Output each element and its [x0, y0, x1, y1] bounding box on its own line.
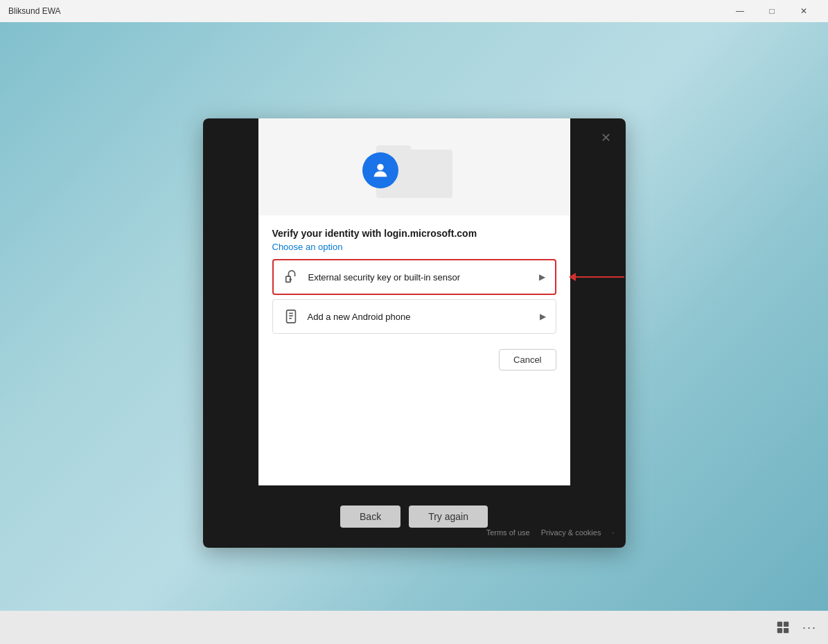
outer-dialog: ✕ ✦ ✦ ✦ [203, 118, 626, 548]
avatar [362, 152, 398, 188]
back-button[interactable]: Back [340, 506, 400, 528]
inner-content: ✦ ✦ ✦ Verify your i [258, 118, 570, 485]
red-arrow-line [576, 276, 624, 278]
taskbar: ··· [0, 611, 828, 644]
taskbar-overflow-dots[interactable]: ··· [802, 620, 817, 635]
privacy-link[interactable]: Privacy & cookies [541, 528, 601, 537]
try-again-button[interactable]: Try again [409, 506, 488, 528]
choose-option-label: Choose an option [272, 242, 556, 252]
minimize-button[interactable]: — [724, 0, 756, 22]
svg-rect-3 [286, 310, 295, 323]
folder-illustration: ✦ ✦ ✦ [369, 136, 459, 198]
android-phone-option-left: Add a new Android phone [283, 308, 411, 325]
android-phone-icon [283, 308, 299, 325]
text-content: Verify your identity with login.microsof… [258, 215, 570, 252]
svg-point-0 [377, 164, 383, 170]
android-phone-arrow: ▶ [540, 312, 546, 321]
cancel-row: Cancel [258, 345, 570, 379]
cancel-button[interactable]: Cancel [499, 349, 556, 370]
titlebar: Bliksund EWA — □ ✕ [0, 0, 828, 22]
svg-rect-10 [784, 628, 789, 633]
app-title: Bliksund EWA [8, 6, 61, 16]
taskbar-app-icon[interactable] [772, 616, 794, 638]
maximize-button[interactable]: □ [756, 0, 788, 22]
svg-point-2 [290, 279, 291, 280]
security-key-text: External security key or built-in sensor [308, 272, 461, 283]
android-phone-text: Add a new Android phone [308, 312, 411, 322]
terms-link[interactable]: Terms of use [486, 528, 530, 537]
footer-dots: · [612, 528, 614, 537]
security-key-arrow: ▶ [539, 272, 545, 282]
options-list: External security key or built-in sensor… [258, 252, 570, 345]
bottom-navigation: Back Try again [258, 485, 570, 548]
black-border-left [203, 118, 258, 548]
security-key-icon [283, 269, 300, 285]
window-controls: — □ ✕ [724, 0, 820, 22]
svg-rect-8 [784, 622, 789, 627]
android-phone-option[interactable]: Add a new Android phone ▶ [272, 299, 556, 334]
black-border-right [570, 118, 626, 548]
titlebar-close-button[interactable]: ✕ [788, 0, 820, 22]
red-arrow-annotation [569, 273, 624, 281]
svg-rect-9 [777, 628, 782, 633]
verify-title: Verify your identity with login.microsof… [272, 228, 556, 239]
main-area: ✕ ✦ ✦ ✦ [0, 22, 828, 644]
red-arrow-head [569, 273, 576, 281]
footer-area: Terms of use Privacy & cookies · [486, 528, 615, 537]
security-key-option[interactable]: External security key or built-in sensor… [272, 259, 556, 295]
svg-rect-7 [777, 622, 782, 627]
security-key-option-left: External security key or built-in sensor [283, 269, 461, 285]
illustration-area: ✦ ✦ ✦ [258, 118, 570, 215]
dialog-close-button[interactable]: ✕ [595, 127, 617, 149]
